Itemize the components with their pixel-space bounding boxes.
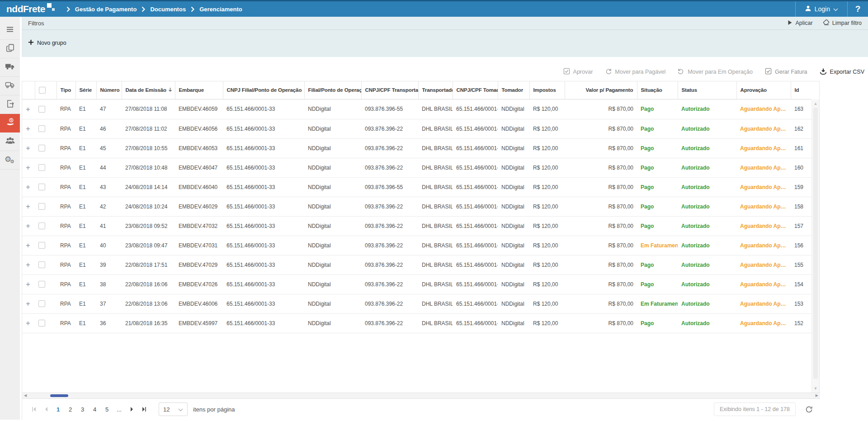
row-checkbox[interactable] <box>38 145 45 151</box>
row-checkbox[interactable] <box>38 242 45 249</box>
expand-row-icon[interactable]: + <box>26 163 30 172</box>
cell-cnpj-transportador: 093.876.396-55 <box>361 99 418 119</box>
select-all-checkbox[interactable] <box>39 87 46 94</box>
page-button-1[interactable]: 1 <box>52 403 64 416</box>
apply-filter-button[interactable]: Aplicar <box>788 19 812 27</box>
row-checkbox[interactable] <box>38 203 45 210</box>
column-header-serie[interactable]: Série <box>75 81 96 99</box>
column-header-data-emissao[interactable]: Data de Emissão <box>122 81 175 99</box>
sidebar-item-truck[interactable] <box>0 58 20 77</box>
breadcrumb-item-gerenciamento[interactable]: Gerenciamento <box>199 6 242 13</box>
expand-row-icon[interactable]: + <box>26 183 30 191</box>
row-checkbox[interactable] <box>38 320 45 326</box>
expand-row-icon[interactable]: + <box>26 241 30 250</box>
next-page-button[interactable] <box>125 403 137 416</box>
column-header-transportador[interactable]: Transportador <box>418 81 453 99</box>
column-header-id[interactable]: Id <box>791 81 811 99</box>
row-checkbox[interactable] <box>38 300 45 307</box>
scroll-left-icon[interactable]: ◀ <box>24 393 27 397</box>
horizontal-scrollbar[interactable]: ◀ ▶ <box>22 393 820 398</box>
first-page-button[interactable] <box>28 403 40 416</box>
breadcrumb-item-documentos[interactable]: Documentos <box>150 6 186 13</box>
refresh-button[interactable] <box>803 403 815 415</box>
page-size-select[interactable]: 12 <box>159 402 188 416</box>
row-checkbox[interactable] <box>38 125 45 132</box>
generate-invoice-button[interactable]: Gerar Fatura <box>765 68 807 76</box>
row-checkbox[interactable] <box>38 281 45 288</box>
table-row[interactable]: + RPA E1 42 24/08/2018 10:24 EMBDEV.4602… <box>22 197 811 216</box>
export-csv-button[interactable]: Exportar CSV <box>820 68 864 76</box>
expand-row-icon[interactable]: + <box>26 260 30 269</box>
column-header-aprovacao[interactable]: Aprovação <box>736 81 791 99</box>
new-group-button[interactable]: Novo grupo <box>28 39 66 47</box>
row-checkbox[interactable] <box>38 184 45 190</box>
table-row[interactable]: + RPA E1 38 22/08/2018 16:06 EMBDEV.4702… <box>22 274 811 294</box>
expand-row-icon[interactable]: + <box>26 105 30 114</box>
cell-cnpj-tomador: 65.151.466/0001-33 <box>453 177 498 197</box>
column-header-embarque[interactable]: Embarque <box>175 81 223 99</box>
documents-icon <box>5 43 15 55</box>
page-button-5[interactable]: 5 <box>101 403 113 416</box>
horizontal-scroll-thumb[interactable] <box>50 394 68 397</box>
page-ellipsis[interactable]: ... <box>113 403 125 416</box>
row-checkbox[interactable] <box>38 164 45 171</box>
vertical-scrollbar[interactable]: ▲ ▼ <box>811 99 819 393</box>
scroll-down-icon[interactable]: ▼ <box>812 386 819 391</box>
column-header-cnpj-transportador[interactable]: CNPJ/CPF Transportador <box>361 81 418 99</box>
table-row[interactable]: + RPA E1 41 23/08/2018 09:52 EMBDEV.4703… <box>22 216 811 236</box>
approve-button[interactable]: Aprovar <box>563 68 593 76</box>
page-button-2[interactable]: 2 <box>64 403 76 416</box>
table-row[interactable]: + RPA E1 37 22/08/2018 13:06 EMBDEV.4600… <box>22 294 811 313</box>
column-header-tomador[interactable]: Tomador <box>498 81 529 99</box>
move-to-operation-button[interactable]: Mover para Em Operação <box>678 68 753 76</box>
expand-row-icon[interactable]: + <box>26 319 30 327</box>
expand-row-icon[interactable]: + <box>26 280 30 289</box>
expand-row-icon[interactable]: + <box>26 124 30 133</box>
expand-row-icon[interactable]: + <box>26 202 30 211</box>
sidebar-item-document-export[interactable] <box>0 95 20 114</box>
sidebar-item-users[interactable] <box>0 132 20 151</box>
expand-row-icon[interactable]: + <box>26 144 30 152</box>
breadcrumb-item-gestao[interactable]: Gestão de Pagamento <box>75 6 137 13</box>
table-row[interactable]: + RPA E1 44 27/08/2018 10:48 EMBDEV.4604… <box>22 158 811 177</box>
last-page-button[interactable] <box>137 403 150 416</box>
vertical-scroll-thumb[interactable] <box>813 108 818 379</box>
table-row[interactable]: + RPA E1 40 23/08/2018 09:47 EMBDEV.4703… <box>22 236 811 255</box>
table-row[interactable]: + RPA E1 45 27/08/2018 10:55 EMBDEV.4605… <box>22 138 811 158</box>
move-to-payable-button[interactable]: Mover para Pagável <box>605 68 665 76</box>
sidebar-item-settings[interactable]: ⚙⚙ <box>0 151 20 170</box>
row-checkbox[interactable] <box>38 261 45 268</box>
sidebar-item-documents[interactable] <box>0 40 20 58</box>
column-header-filial[interactable]: Filial/Ponto de Operação <box>304 81 361 99</box>
clear-filter-button[interactable]: Limpar filtro <box>823 19 862 27</box>
sidebar-item-payment[interactable]: $ <box>0 114 20 132</box>
sidebar-item-truck-outline[interactable] <box>0 77 20 95</box>
table-row[interactable]: + RPA E1 43 24/08/2018 14:14 EMBDEV.4604… <box>22 177 811 197</box>
column-header-valor-pagamento[interactable]: Valor p/ Pagamento <box>565 81 637 99</box>
scroll-up-icon[interactable]: ▲ <box>812 101 819 106</box>
sidebar-item-menu[interactable] <box>0 21 20 40</box>
app-logo[interactable]: nddFrete <box>6 3 55 15</box>
column-header-cnpj-filial[interactable]: CNPJ Filial/Ponto de Operação <box>223 81 304 99</box>
row-checkbox[interactable] <box>38 106 45 113</box>
table-row[interactable]: + RPA E1 39 22/08/2018 17:51 EMBDEV.4702… <box>22 255 811 274</box>
column-header-situacao[interactable]: Situação <box>637 81 678 99</box>
row-checkbox[interactable] <box>38 222 45 229</box>
expand-row-icon[interactable]: + <box>26 222 30 230</box>
table-row[interactable]: + RPA E1 47 27/08/2018 11:08 EMBDEV.4605… <box>22 99 811 119</box>
page-button-3[interactable]: 3 <box>76 403 89 416</box>
expand-row-icon[interactable]: + <box>26 299 30 308</box>
cell-data-emissao: 23/08/2018 09:47 <box>122 236 175 255</box>
table-row[interactable]: + RPA E1 46 27/08/2018 11:02 EMBDEV.4605… <box>22 119 811 138</box>
help-button[interactable]: ? <box>847 1 868 17</box>
previous-page-button[interactable] <box>40 403 52 416</box>
column-header-numero[interactable]: Número <box>96 81 122 99</box>
page-button-4[interactable]: 4 <box>89 403 101 416</box>
column-header-impostos[interactable]: Impostos <box>529 81 565 99</box>
scroll-right-icon[interactable]: ▶ <box>816 393 818 397</box>
column-header-status[interactable]: Status <box>678 81 736 99</box>
column-header-tipo[interactable]: Tipo <box>57 81 75 99</box>
table-row[interactable]: + RPA E1 36 21/08/2018 16:35 EMBDEV.4599… <box>22 313 811 333</box>
login-menu[interactable]: Login <box>795 1 847 17</box>
column-header-cnpj-tomador[interactable]: CNPJ/CPF Tomador <box>453 81 498 99</box>
